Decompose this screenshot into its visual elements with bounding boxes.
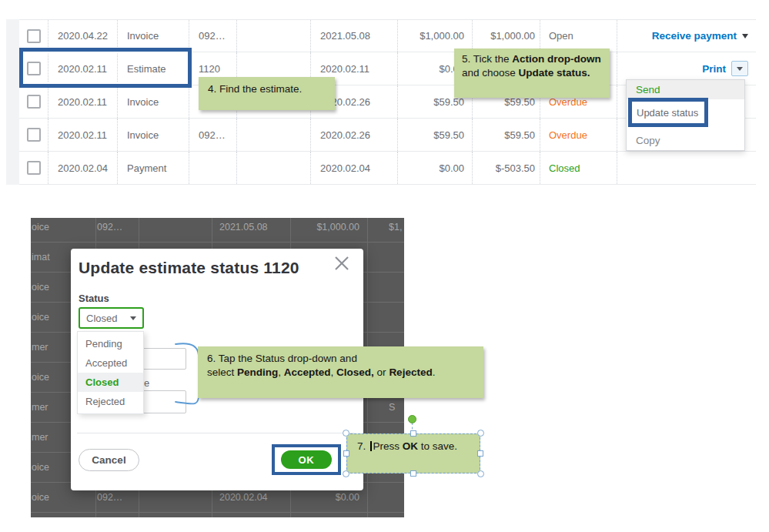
open-balance-cell: $-503.50 xyxy=(472,152,540,184)
date-cell: 2020.02.11 xyxy=(48,85,117,118)
status-dropdown[interactable]: Closed xyxy=(79,307,144,329)
menu-item-update-status[interactable]: Update status xyxy=(632,107,698,119)
table-left-gutter xyxy=(6,19,19,185)
dim-cell: oice xyxy=(32,222,49,233)
row-checkbox[interactable] xyxy=(27,128,41,142)
type-cell: Invoice xyxy=(117,85,189,118)
dim-cell: 2021.05.08 xyxy=(219,222,268,233)
dim-cell: $0.00 xyxy=(285,492,359,503)
dim-cell: oice xyxy=(32,462,49,473)
receive-payment-button[interactable]: Receive payment xyxy=(652,30,737,42)
type-cell: Invoice xyxy=(117,20,189,52)
annotation-step5: 5. Tick the Action drop-down and choose … xyxy=(454,49,610,98)
due-date-cell: 2021.05.08 xyxy=(310,20,397,52)
annotation-step6: 6. Tap the Status drop-down and select P… xyxy=(198,346,483,398)
dim-cell: mer xyxy=(32,342,48,353)
dim-cell: mer xyxy=(32,402,48,413)
open-balance-cell: $1,000.00 xyxy=(472,20,540,52)
annotation-step4: 4. Find the estimate. xyxy=(199,77,335,110)
status-cell: Closed xyxy=(540,152,617,184)
empty-cell xyxy=(236,119,310,151)
amount-cell: $0.00 xyxy=(397,152,472,184)
partial-field-label: e xyxy=(144,377,149,389)
dim-cell: oice xyxy=(32,282,49,293)
dim-table-row: oice 092… 2021.05.08 $1,000.00 $1, xyxy=(31,218,404,243)
num-cell xyxy=(189,152,236,184)
ok-button[interactable]: OK xyxy=(281,450,332,469)
dim-cell: 2020.02.04 xyxy=(219,492,268,503)
chevron-down-icon xyxy=(130,316,136,320)
annotation-step7-selection[interactable]: 7. Press OK to save. xyxy=(346,433,480,473)
dim-cell: imat xyxy=(32,252,50,263)
status-cell: Open xyxy=(540,20,617,52)
action-cell: Receive payment xyxy=(617,20,756,52)
resize-handle[interactable] xyxy=(477,450,483,457)
table-row[interactable]: 2020.02.04 Payment 2020.02.04 $0.00 $-50… xyxy=(19,152,756,185)
empty-cell xyxy=(236,152,310,184)
chevron-down-icon xyxy=(737,67,743,71)
option-closed[interactable]: Closed xyxy=(78,373,143,392)
date-cell: 2020.02.04 xyxy=(48,152,117,184)
amount-cell: $1,000.00 xyxy=(397,20,472,52)
dim-cell: oice xyxy=(32,312,49,323)
open-balance-cell: $59.50 xyxy=(472,119,540,151)
dim-cell: 092… xyxy=(97,492,122,503)
highlight-estimate-row xyxy=(19,48,192,88)
tutorial-page: 2020.04.22 Invoice 092… 2021.05.08 $1,00… xyxy=(0,0,769,532)
menu-item-send[interactable]: Send xyxy=(627,80,744,99)
status-value: Closed xyxy=(86,313,117,324)
checkbox-cell xyxy=(19,152,48,184)
type-cell: Payment xyxy=(117,152,189,184)
due-date-cell: 2020.02.04 xyxy=(310,152,397,184)
chevron-down-icon[interactable] xyxy=(742,34,748,38)
modal-divider xyxy=(77,433,354,433)
menu-item-copy[interactable]: Copy xyxy=(627,131,744,151)
dim-cell: mer xyxy=(32,432,48,443)
row-checkbox[interactable] xyxy=(27,29,41,43)
dim-cell: $1, xyxy=(389,222,402,233)
type-cell: Invoice xyxy=(117,119,189,151)
dim-cell: $1,000.00 xyxy=(285,222,359,233)
cancel-button[interactable]: Cancel xyxy=(79,449,139,471)
amount-cell: $59.50 xyxy=(397,119,472,151)
num-cell: 092… xyxy=(189,119,236,151)
highlight-update-status: Update status xyxy=(628,98,708,127)
resize-handle[interactable] xyxy=(410,470,416,477)
close-icon[interactable] xyxy=(333,255,350,272)
option-pending[interactable]: Pending xyxy=(78,334,143,353)
resize-handle[interactable] xyxy=(410,430,416,437)
status-options-list: Pending Accepted Closed Rejected xyxy=(77,331,144,414)
annotation-step7: 7. Press OK to save. xyxy=(346,433,480,473)
empty-cell xyxy=(236,20,310,52)
resize-handle[interactable] xyxy=(343,430,349,437)
resize-handle[interactable] xyxy=(477,470,484,477)
checkbox-cell xyxy=(19,85,48,118)
date-cell: 2020.04.22 xyxy=(48,20,117,52)
highlight-ok-button: OK xyxy=(272,444,341,475)
rotation-handle[interactable] xyxy=(408,415,416,423)
status-cell: Overdue xyxy=(540,119,617,151)
row-checkbox[interactable] xyxy=(27,95,41,109)
checkbox-cell xyxy=(19,20,48,52)
dim-cell: oice xyxy=(32,492,49,503)
dim-cell: 092… xyxy=(97,222,122,233)
resize-handle[interactable] xyxy=(343,450,349,457)
print-dropdown-button[interactable] xyxy=(731,61,748,76)
option-accepted[interactable]: Accepted xyxy=(78,353,143,373)
dim-cell: oice xyxy=(32,372,49,383)
option-rejected[interactable]: Rejected xyxy=(78,392,143,411)
dim-cell: S xyxy=(389,402,395,413)
status-label: Status xyxy=(79,293,109,304)
date-cell: 2020.02.11 xyxy=(48,119,117,151)
due-date-cell: 2020.02.26 xyxy=(310,119,397,151)
checkbox-cell xyxy=(19,119,48,151)
modal-title: Update estimate status 1120 xyxy=(79,259,299,277)
action-cell xyxy=(617,152,756,184)
row-checkbox[interactable] xyxy=(27,161,41,175)
num-cell: 092… xyxy=(189,20,236,52)
resize-handle[interactable] xyxy=(343,470,349,477)
print-button[interactable]: Print xyxy=(702,63,726,75)
resize-handle[interactable] xyxy=(477,430,484,437)
